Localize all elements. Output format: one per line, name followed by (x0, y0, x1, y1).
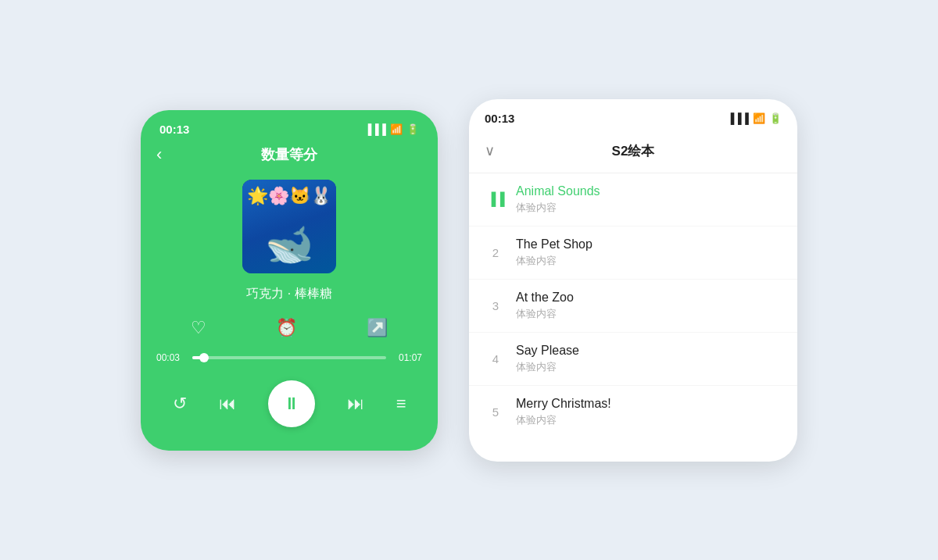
item-3-name: At the Zoo (516, 291, 782, 305)
item-1-sub: 体验内容 (516, 201, 782, 215)
battery-icon: 🔋 (406, 123, 419, 135)
left-status-time: 00:13 (159, 123, 189, 136)
playback-controls: ↺ ⏮ ⏸ ⏭ ≡ (156, 380, 422, 427)
whale-decoration: 🐋 (265, 222, 313, 267)
right-nav-title: S2绘本 (612, 142, 655, 160)
timer-icon[interactable]: ⏰ (276, 318, 297, 338)
right-battery-icon: 🔋 (769, 112, 782, 124)
progress-bar[interactable] (192, 356, 386, 359)
playlist-icon[interactable]: ≡ (396, 394, 406, 414)
progress-thumb (199, 353, 209, 362)
time-current: 00:03 (156, 352, 184, 363)
item-3-num: 3 (485, 299, 507, 312)
item-5-name: Merry Christmas! (516, 397, 782, 411)
playlist: ▐▐ Animal Sounds 体验内容 2 The Pet Shop 体验内… (469, 173, 797, 438)
left-nav-title: 数量等分 (261, 145, 317, 164)
right-status-bar: 00:13 ▐▐▐ 📶 🔋 (469, 112, 797, 125)
back-button[interactable]: ‹ (156, 144, 162, 165)
next-icon[interactable]: ⏭ (347, 394, 364, 414)
item-4-name: Say Please (516, 344, 782, 358)
item-4-info: Say Please 体验内容 (516, 344, 782, 374)
right-phone: 00:13 ▐▐▐ 📶 🔋 ∨ S2绘本 ▐▐ Animal Sounds 体验… (469, 99, 797, 462)
playlist-item-1[interactable]: ▐▐ Animal Sounds 体验内容 (469, 173, 797, 226)
item-1-info: Animal Sounds 体验内容 (516, 184, 782, 215)
right-wifi-icon: 📶 (753, 112, 765, 124)
item-3-sub: 体验内容 (516, 307, 782, 321)
pause-icon: ⏸ (283, 394, 300, 414)
left-phone: 00:13 ▐▐▐ 📶 🔋 ‹ 数量等分 🌟🌸🐱🐰 🐋 巧克力 · 棒棒糖 ♡ … (141, 110, 438, 451)
album-art: 🌟🌸🐱🐰 🐋 (242, 180, 336, 273)
item-2-sub: 体验内容 (516, 254, 782, 268)
right-signal-icon: ▐▐▐ (727, 112, 749, 124)
item-4-sub: 体验内容 (516, 360, 782, 374)
item-1-name: Animal Sounds (516, 184, 782, 198)
playlist-item-3[interactable]: 3 At the Zoo 体验内容 (469, 280, 797, 333)
right-nav-bar: ∨ S2绘本 (469, 134, 797, 173)
left-status-icons: ▐▐▐ 📶 🔋 (364, 123, 419, 135)
item-2-info: The Pet Shop 体验内容 (516, 237, 782, 268)
left-nav-bar: ‹ 数量等分 (156, 145, 422, 164)
item-2-num: 2 (485, 246, 507, 259)
share-icon[interactable]: ↗️ (367, 318, 388, 338)
pause-button[interactable]: ⏸ (268, 380, 315, 427)
extra-controls: ♡ ⏰ ↗️ (156, 318, 422, 338)
stars-decoration: 🌟🌸🐱🐰 (247, 186, 331, 206)
playlist-item-5[interactable]: 5 Merry Christmas! 体验内容 (469, 386, 797, 438)
item-5-sub: 体验内容 (516, 413, 782, 427)
repeat-icon[interactable]: ↺ (173, 394, 187, 414)
item-2-name: The Pet Shop (516, 237, 782, 251)
playlist-item-4[interactable]: 4 Say Please 体验内容 (469, 333, 797, 386)
item-5-info: Merry Christmas! 体验内容 (516, 397, 782, 427)
item-5-num: 5 (485, 405, 507, 419)
item-1-num: ▐▐ (485, 192, 507, 206)
album-art-inner: 🌟🌸🐱🐰 🐋 (242, 180, 336, 273)
left-status-bar: 00:13 ▐▐▐ 📶 🔋 (156, 123, 422, 136)
track-title: 巧克力 · 棒棒糖 (246, 286, 331, 302)
right-status-icons: ▐▐▐ 📶 🔋 (727, 112, 782, 124)
prev-icon[interactable]: ⏮ (219, 394, 236, 414)
item-4-num: 4 (485, 352, 507, 366)
time-total: 01:07 (394, 352, 422, 363)
chevron-down-icon[interactable]: ∨ (485, 142, 495, 159)
playlist-item-2[interactable]: 2 The Pet Shop 体验内容 (469, 226, 797, 280)
progress-row: 00:03 01:07 (156, 352, 422, 363)
favorite-icon[interactable]: ♡ (191, 318, 206, 338)
item-3-info: At the Zoo 体验内容 (516, 291, 782, 321)
right-status-time: 00:13 (485, 112, 514, 125)
wifi-icon: 📶 (390, 123, 403, 135)
signal-icon: ▐▐▐ (364, 123, 386, 135)
